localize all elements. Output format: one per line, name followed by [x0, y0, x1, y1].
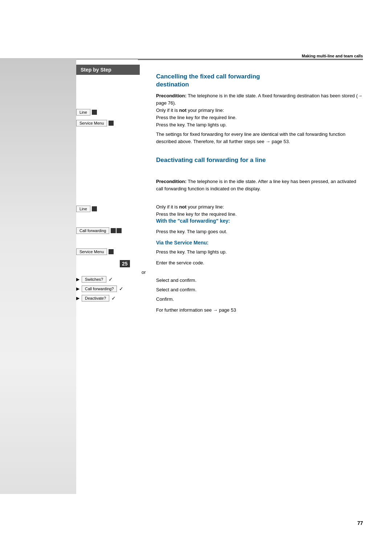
- section2-title: Deactivating call forwarding for a line: [156, 156, 363, 164]
- further-info-text: For further information see → page 53: [156, 307, 363, 314]
- service-code-display: 25: [120, 260, 130, 267]
- desc-switches-text: Select and confirm.: [156, 277, 363, 284]
- call-fwd-menu-label[interactable]: Call forwarding?: [82, 285, 117, 292]
- call-fwd-menu-row: ▶ Call forwarding? ✓: [76, 285, 123, 292]
- call-fwd-button[interactable]: Call forwarding: [76, 227, 109, 234]
- line-key-row-1: Line: [76, 109, 97, 116]
- section1-precondition-text: The telephone is in the idle state. A fi…: [156, 93, 362, 106]
- with-cf-heading: With the "call forwarding" key:: [156, 218, 363, 226]
- desc-code-text: Enter the service code.: [156, 259, 363, 267]
- desc-code: Enter the service code.: [156, 259, 363, 270]
- section1-title: Cancelling the fixed call forwarding des…: [156, 73, 363, 89]
- desc-sm-text-1: Press the key. The lamp lights up.: [156, 121, 363, 129]
- lamp-sq-cf1: [111, 228, 116, 233]
- switches-arrow-icon: ▶: [76, 277, 79, 282]
- step-by-step-label: Step by Step: [81, 67, 111, 73]
- line-key-lamp-1: [92, 110, 97, 115]
- lamp-sq-cf2: [117, 228, 122, 233]
- page-header: Making multi-line and team calls: [138, 54, 363, 60]
- service-menu-button-1[interactable]: Service Menu: [76, 120, 107, 126]
- section1-title-block: Cancelling the fixed call forwarding des…: [156, 73, 363, 111]
- desc-line-text-2: Only if it is not your primary line:Pres…: [156, 203, 363, 218]
- line-key-lamp-2: [92, 206, 97, 211]
- switches-label[interactable]: Switches?: [82, 276, 106, 283]
- desc-cf-text: Press the key. The lamp goes out.: [156, 228, 363, 235]
- or-text: or: [142, 270, 146, 275]
- switches-row: ▶ Switches? ✓: [76, 276, 113, 283]
- lamp-sq-sm2: [109, 249, 114, 254]
- section1-title-line2: destination: [156, 81, 189, 88]
- further-info: For further information see → page 53: [156, 307, 363, 317]
- call-fwd-arrow-icon: ▶: [76, 286, 79, 291]
- deactivate-checkmark-icon: ✓: [111, 295, 116, 301]
- lamp-square-1: [92, 110, 97, 115]
- or-label: or: [142, 270, 146, 275]
- service-menu-key-row-1: Service Menu: [76, 120, 114, 126]
- desc-line-text-1: Only if it is not your primary line:Pres…: [156, 107, 363, 121]
- desc-callfwd-text: Select and confirm.: [156, 286, 363, 293]
- via-sm-title: Via the Service Menu:: [156, 240, 363, 246]
- call-fwd-key-row: Call forwarding: [76, 227, 122, 234]
- line-key-button-2[interactable]: Line: [76, 206, 90, 212]
- desc-para-1: The settings for fixed forwarding for ev…: [156, 131, 363, 148]
- section2-precondition-block: Precondition: The telephone is in the id…: [156, 178, 363, 197]
- service-menu-button-2[interactable]: Service Menu: [76, 248, 107, 255]
- with-cf-title: With the "call forwarding" key:: [156, 218, 363, 224]
- via-sm-heading: Via the Service Menu:: [156, 240, 363, 248]
- service-code-row: 25: [120, 259, 130, 267]
- desc-callfwd: Select and confirm.: [156, 286, 363, 296]
- service-menu-lamp-2: [109, 249, 114, 254]
- desc-deactivate-text: Confirm.: [156, 296, 363, 303]
- call-fwd-lamp: [111, 228, 122, 233]
- section2-precondition-label: Precondition:: [156, 179, 187, 184]
- deactivate-row: ▶ Deactivate? ✓: [76, 295, 116, 301]
- desc-sm-text-2: Press the key. The lamp lights up.: [156, 248, 363, 256]
- section1-precondition: Precondition: The telephone is in the id…: [156, 92, 363, 106]
- section-label: Making multi-line and team calls: [302, 54, 363, 58]
- line-key-row-2: Line: [76, 206, 97, 212]
- lamp-square-2: [92, 206, 97, 211]
- lamp-sq-sm1: [109, 121, 114, 126]
- call-fwd-checkmark-icon: ✓: [119, 286, 123, 292]
- service-menu-lamp-1: [109, 121, 114, 126]
- desc-sm-1: Press the key. The lamp lights up.: [156, 121, 363, 131]
- page-number-text: 77: [357, 520, 363, 526]
- step-by-step-box: Step by Step: [76, 65, 140, 75]
- deactivate-label[interactable]: Deactivate?: [82, 295, 109, 301]
- page-number: 77: [357, 520, 363, 526]
- service-menu-key-row-2: Service Menu: [76, 248, 114, 255]
- section2-title-block: Deactivating call forwarding for a line: [156, 156, 363, 168]
- section1-title-line1: Cancelling the fixed call forwarding: [156, 73, 260, 80]
- desc-deactivate: Confirm.: [156, 296, 363, 306]
- desc-sm-2: Press the key. The lamp lights up.: [156, 248, 363, 259]
- left-sidebar-gradient: [0, 58, 76, 494]
- desc-cf: Press the key. The lamp goes out.: [156, 228, 363, 238]
- line-key-button-1[interactable]: Line: [76, 109, 90, 116]
- section1-precondition-label: Precondition:: [156, 93, 187, 98]
- desc-switches: Select and confirm.: [156, 277, 363, 287]
- section2-precondition: Precondition: The telephone is in the id…: [156, 178, 363, 192]
- desc-para-text-1: The settings for fixed forwarding for ev…: [156, 131, 363, 145]
- deactivate-arrow-icon: ▶: [76, 296, 79, 301]
- switches-checkmark-icon: ✓: [109, 276, 113, 282]
